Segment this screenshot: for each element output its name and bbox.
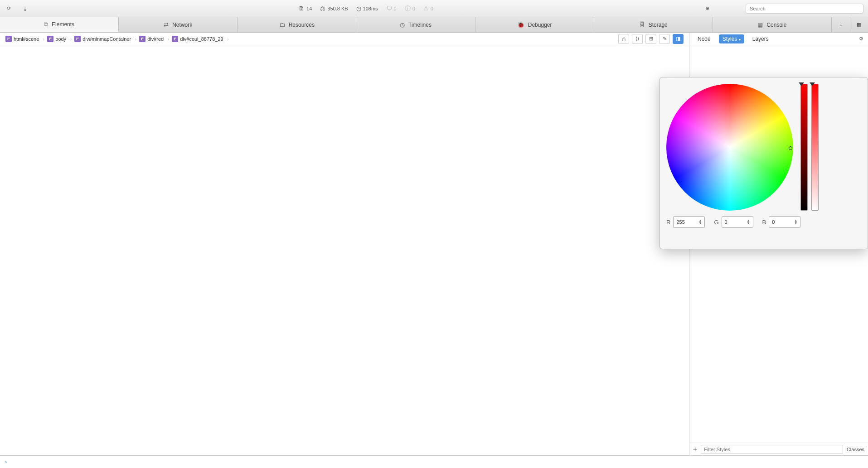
opacity-slider[interactable] (811, 84, 819, 211)
error-count: ⓘ0 (405, 5, 415, 13)
tabs-menu-button[interactable]: ▦ (850, 17, 868, 32)
top-toolbar: ⟳ ⭳ 🗎14 ⚖350.8 KB ◷108ms 🗨0 ⓘ0 ⚠0 ⊕ (0, 0, 868, 17)
tab-debugger[interactable]: 🐞Debugger (475, 17, 594, 32)
print-icon[interactable]: ⎙ (618, 34, 629, 44)
log-count: 🗨0 (386, 5, 397, 12)
inspect-icon[interactable]: ⊕ (703, 5, 711, 13)
warn-count: ⚠0 (423, 5, 433, 12)
brightness-slider[interactable] (800, 84, 808, 211)
crumb-minmap[interactable]: Ediv#minmapContainer (72, 35, 136, 43)
color-wheel[interactable] (666, 84, 793, 211)
brush-icon[interactable]: ✎ (659, 34, 670, 44)
crumb-html[interactable]: Ehtml#scene (3, 35, 44, 43)
panel-tabs: ⧉Elements ⇄Network 🗀Resources ◷Timelines… (0, 17, 868, 33)
breadcrumb: Ehtml#scene Ebody Ediv#minmapContainer E… (0, 33, 689, 45)
add-rule-button[interactable]: + (693, 445, 697, 454)
g-label: G (714, 219, 718, 226)
b-input[interactable]: 0▲▼ (769, 216, 800, 228)
crumb-body[interactable]: Ebody (44, 35, 71, 43)
tab-storage[interactable]: 🗄Storage (594, 17, 713, 32)
grid-icon[interactable]: ⊞ (645, 34, 656, 44)
classes-button[interactable]: Classes (847, 447, 864, 452)
tab-console[interactable]: ▤Console (713, 17, 832, 32)
r-input[interactable]: 255▲▼ (673, 216, 705, 228)
transfer-size: ⚖350.8 KB (320, 5, 348, 12)
reload-icon[interactable]: ⟳ (5, 5, 13, 13)
tab-timelines[interactable]: ◷Timelines (356, 17, 475, 32)
color-picker[interactable]: R 255▲▼ G 0▲▼ B 0▲▼ (659, 77, 868, 249)
sidetab-layers[interactable]: Layers (749, 34, 772, 43)
r-label: R (666, 219, 670, 226)
g-input[interactable]: 0▲▼ (722, 216, 753, 228)
dom-tree[interactable] (0, 45, 689, 455)
b-label: B (762, 219, 766, 226)
search-input[interactable] (746, 4, 863, 14)
doc-count: 🗎14 (299, 5, 312, 12)
crumb-red[interactable]: Ediv#red (136, 35, 168, 43)
code-icon[interactable]: ⟨⟩ (632, 34, 643, 44)
tab-resources[interactable]: 🗀Resources (238, 17, 356, 32)
gear-icon[interactable]: ⚙ (859, 36, 863, 42)
elements-pane: Ehtml#scene Ebody Ediv#minmapContainer E… (0, 33, 689, 455)
add-tab-button[interactable]: + (832, 17, 850, 32)
download-icon[interactable]: ⭳ (21, 5, 29, 13)
filter-styles-input[interactable] (701, 445, 843, 454)
load-time: ◷108ms (356, 5, 378, 12)
tab-network[interactable]: ⇄Network (119, 17, 238, 32)
sidetab-styles[interactable]: Styles ▾ (719, 34, 744, 43)
crumb-circle[interactable]: Ediv#coui_88778_29 (169, 35, 228, 43)
sidebar-toggle-icon[interactable]: ◨ (673, 34, 684, 44)
console-prompt[interactable]: › (0, 455, 868, 468)
sidetab-node[interactable]: Node (694, 34, 714, 43)
tab-elements[interactable]: ⧉Elements (0, 17, 119, 32)
